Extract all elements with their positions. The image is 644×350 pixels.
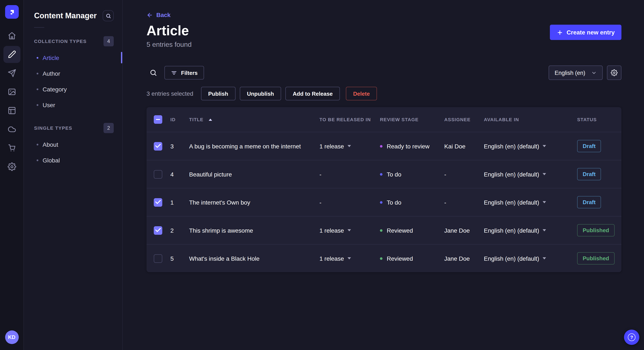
settings-icon[interactable] (3, 158, 20, 175)
content-manager-sidebar: Content Manager COLLECTION TYPES 4 Artic… (24, 0, 123, 350)
search-button[interactable] (146, 66, 160, 80)
column-header-status[interactable]: STATUS (577, 117, 614, 122)
sidebar-item-label: About (42, 141, 58, 148)
status-badge: Draft (577, 168, 601, 180)
plus-icon (557, 29, 563, 35)
view-settings-button[interactable] (607, 65, 622, 80)
row-assignee: - (444, 171, 484, 177)
unpublish-button[interactable]: Unpublish (240, 87, 281, 100)
sidebar-item-author[interactable]: Author (24, 65, 122, 81)
delete-button[interactable]: Delete (346, 87, 377, 100)
locale-select[interactable]: English (en) (548, 65, 603, 80)
deploy-icon[interactable] (3, 121, 20, 138)
row-review-stage: Reviewed (380, 255, 444, 262)
row-locale-dropdown[interactable]: English (en) (default) (484, 143, 577, 150)
release-chevron-icon (347, 229, 351, 231)
sidebar-item-article[interactable]: Article (24, 50, 122, 65)
media-library-icon[interactable] (3, 83, 20, 100)
column-header-review-stage[interactable]: REVIEW STAGE (380, 117, 444, 122)
selection-actions-row: 3 entries selected Publish Unpublish Add… (146, 87, 622, 100)
bullet-icon (37, 57, 38, 58)
add-to-release-button[interactable]: Add to Release (285, 87, 340, 100)
entries-table: ID TITLE TO BE RELEASED IN REVIEW STAGE … (146, 107, 622, 272)
row-title[interactable]: This shrimp is awesome (189, 227, 320, 234)
row-status: Draft (577, 168, 614, 180)
help-button[interactable]: ? (624, 330, 639, 345)
page-title: Article (146, 23, 192, 38)
row-title[interactable]: Beautiful picture (189, 171, 320, 177)
row-checkbox[interactable] (154, 142, 162, 150)
row-checkbox[interactable] (154, 170, 162, 178)
row-review-stage: To do (380, 171, 444, 177)
strapi-logo-glyph (8, 8, 16, 16)
sidebar-item-label: Category (42, 86, 67, 93)
row-locale-dropdown[interactable]: English (en) (default) (484, 171, 577, 177)
publish-button[interactable]: Publish (201, 87, 235, 100)
select-all-checkbox[interactable] (154, 115, 162, 124)
row-locale-value: English (en) (default) (484, 227, 539, 234)
column-header-id[interactable]: ID (170, 117, 189, 122)
row-title[interactable]: What's inside a Black Hole (189, 255, 320, 262)
column-header-available-in[interactable]: AVAILABLE IN (484, 117, 577, 122)
sidebar-item-user[interactable]: User (24, 97, 122, 113)
entries-count-text: 5 entries found (146, 41, 192, 48)
row-release-dropdown[interactable]: - (320, 199, 380, 206)
content-type-builder-icon[interactable] (3, 102, 20, 119)
avatar[interactable]: KD (5, 331, 18, 344)
locale-chevron-icon (543, 257, 546, 259)
column-header-release[interactable]: TO BE RELEASED IN (320, 117, 380, 122)
row-locale-dropdown[interactable]: English (en) (default) (484, 199, 577, 206)
sidebar-item-global[interactable]: Global (24, 152, 122, 168)
arrow-left-icon (146, 12, 153, 18)
sort-ascending-icon (208, 118, 212, 121)
row-locale-dropdown[interactable]: English (en) (default) (484, 227, 577, 234)
table-row[interactable]: 5 What's inside a Black Hole 1 release R… (146, 244, 622, 272)
filters-button[interactable]: Filters (164, 66, 204, 80)
collection-types-section: COLLECTION TYPES 4 Article Author Catego… (24, 36, 122, 113)
table-row[interactable]: 1 The internet's Own boy - To do - Engli… (146, 188, 622, 216)
sidebar-search-button[interactable] (103, 10, 114, 21)
sidebar-item-category[interactable]: Category (24, 81, 122, 97)
row-locale-value: English (en) (default) (484, 143, 539, 150)
review-stage-label: To do (387, 171, 402, 177)
row-review-stage: To do (380, 199, 444, 206)
status-badge: Draft (577, 140, 601, 152)
releases-icon[interactable] (3, 65, 20, 82)
row-review-stage: Reviewed (380, 227, 444, 234)
row-id: 1 (170, 199, 189, 206)
row-release-dropdown[interactable]: 1 release (320, 143, 380, 150)
row-release-dropdown[interactable]: 1 release (320, 255, 380, 262)
row-assignee: Kai Doe (444, 143, 484, 150)
row-review-stage: Ready to review (380, 143, 444, 150)
row-release-dropdown[interactable]: - (320, 171, 380, 177)
column-header-title[interactable]: TITLE (189, 117, 320, 122)
row-assignee: - (444, 199, 484, 206)
back-label: Back (156, 11, 170, 18)
row-title[interactable]: The internet's Own boy (189, 199, 320, 206)
table-row[interactable]: 4 Beautiful picture - To do - English (e… (146, 160, 622, 188)
row-status: Draft (577, 196, 614, 208)
marketplace-icon[interactable] (3, 140, 20, 157)
collection-types-label: COLLECTION TYPES (34, 39, 87, 44)
table-row[interactable]: 3 A bug is becoming a meme on the intern… (146, 132, 622, 160)
row-locale-value: English (en) (default) (484, 255, 539, 262)
filter-icon (171, 70, 177, 76)
table-row[interactable]: 2 This shrimp is awesome 1 release Revie… (146, 216, 622, 244)
row-checkbox[interactable] (154, 226, 162, 234)
row-release-dropdown[interactable]: 1 release (320, 227, 380, 234)
locale-chevron-icon (543, 229, 546, 231)
question-mark-icon: ? (628, 334, 636, 341)
strapi-logo[interactable] (5, 5, 18, 19)
home-icon[interactable] (3, 27, 20, 44)
row-checkbox[interactable] (154, 254, 162, 263)
row-checkbox[interactable] (154, 198, 162, 206)
row-locale-dropdown[interactable]: English (en) (default) (484, 255, 577, 262)
sidebar-title: Content Manager (34, 11, 97, 20)
content-manager-icon[interactable] (3, 46, 20, 63)
row-title[interactable]: A bug is becoming a meme on the internet (189, 143, 320, 150)
back-link[interactable]: Back (146, 11, 170, 18)
create-new-entry-button[interactable]: Create new entry (550, 25, 622, 40)
column-header-assignee[interactable]: ASSIGNEE (444, 117, 484, 122)
sidebar-item-about[interactable]: About (24, 137, 122, 152)
row-release-value: 1 release (320, 143, 344, 150)
